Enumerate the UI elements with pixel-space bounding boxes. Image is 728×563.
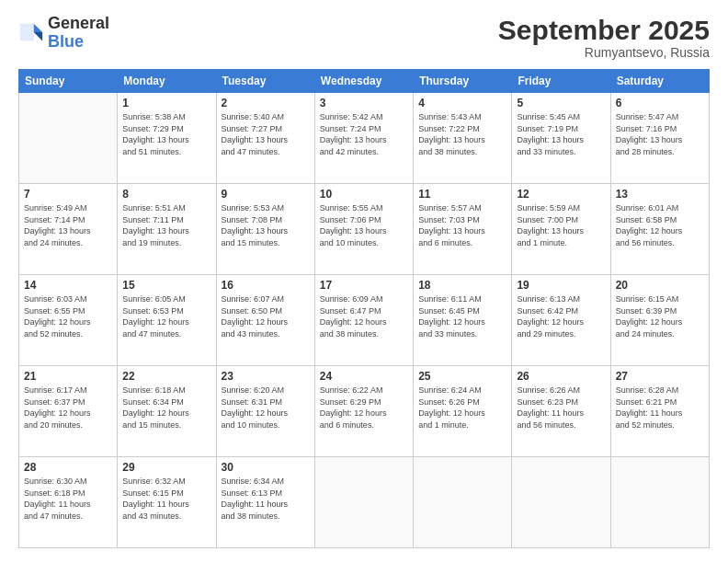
svg-marker-1 [34,32,42,40]
svg-rect-2 [20,24,34,41]
header: General Blue September 2025 Rumyantsevo,… [18,15,710,60]
table-row: 11Sunrise: 5:57 AM Sunset: 7:03 PM Dayli… [414,184,512,275]
day-detail: Sunrise: 5:43 AM Sunset: 7:22 PM Dayligh… [418,111,506,157]
day-number: 5 [517,97,605,109]
day-number: 24 [320,370,408,383]
month-title: September 2025 [498,15,710,45]
logo-blue: Blue [48,33,109,52]
calendar-week-row: 21Sunrise: 6:17 AM Sunset: 6:37 PM Dayli… [19,366,710,457]
day-number: 9 [222,188,310,201]
table-row [414,457,512,548]
col-saturday: Saturday [610,70,709,93]
col-friday: Friday [512,70,610,93]
day-detail: Sunrise: 6:15 AM Sunset: 6:39 PM Dayligh… [616,293,704,339]
day-detail: Sunrise: 6:11 AM Sunset: 6:45 PM Dayligh… [418,293,506,339]
table-row: 25Sunrise: 6:24 AM Sunset: 6:26 PM Dayli… [414,366,512,457]
day-detail: Sunrise: 6:34 AM Sunset: 6:13 PM Dayligh… [222,476,310,522]
table-row: 4Sunrise: 5:43 AM Sunset: 7:22 PM Daylig… [414,93,512,184]
col-monday: Monday [118,70,216,93]
day-detail: Sunrise: 6:30 AM Sunset: 6:18 PM Dayligh… [24,476,112,522]
day-number: 21 [24,370,112,383]
table-row: 28Sunrise: 6:30 AM Sunset: 6:18 PM Dayli… [19,457,118,548]
day-number: 7 [24,188,112,201]
day-detail: Sunrise: 6:07 AM Sunset: 6:50 PM Dayligh… [222,293,310,339]
day-detail: Sunrise: 5:42 AM Sunset: 7:24 PM Dayligh… [320,111,408,157]
col-tuesday: Tuesday [216,70,314,93]
day-detail: Sunrise: 6:17 AM Sunset: 6:37 PM Dayligh… [24,385,112,431]
day-number: 12 [517,188,605,201]
table-row: 20Sunrise: 6:15 AM Sunset: 6:39 PM Dayli… [610,275,709,366]
logo-icon [18,20,44,46]
day-detail: Sunrise: 5:57 AM Sunset: 7:03 PM Dayligh… [418,202,506,248]
page: General Blue September 2025 Rumyantsevo,… [0,0,728,563]
day-detail: Sunrise: 6:05 AM Sunset: 6:53 PM Dayligh… [122,293,210,339]
table-row: 26Sunrise: 6:26 AM Sunset: 6:23 PM Dayli… [512,366,610,457]
table-row [610,457,709,548]
day-detail: Sunrise: 5:45 AM Sunset: 7:19 PM Dayligh… [517,111,605,157]
table-row: 17Sunrise: 6:09 AM Sunset: 6:47 PM Dayli… [314,275,413,366]
day-number: 15 [122,279,210,292]
title-area: September 2025 Rumyantsevo, Russia [498,15,710,60]
table-row: 19Sunrise: 6:13 AM Sunset: 6:42 PM Dayli… [512,275,610,366]
day-number: 30 [222,461,310,474]
table-row: 5Sunrise: 5:45 AM Sunset: 7:19 PM Daylig… [512,93,610,184]
table-row [19,93,118,184]
calendar-week-row: 1Sunrise: 5:38 AM Sunset: 7:29 PM Daylig… [19,93,710,184]
day-number: 1 [122,97,210,109]
location: Rumyantsevo, Russia [498,45,710,60]
calendar-week-row: 7Sunrise: 5:49 AM Sunset: 7:14 PM Daylig… [19,184,710,275]
day-number: 18 [418,279,506,292]
day-detail: Sunrise: 5:59 AM Sunset: 7:00 PM Dayligh… [517,202,605,248]
logo-text: General Blue [48,15,109,52]
table-row: 7Sunrise: 5:49 AM Sunset: 7:14 PM Daylig… [19,184,118,275]
table-row: 30Sunrise: 6:34 AM Sunset: 6:13 PM Dayli… [216,457,314,548]
day-number: 29 [122,461,210,474]
day-number: 25 [418,370,506,383]
col-wednesday: Wednesday [314,70,413,93]
col-sunday: Sunday [19,70,118,93]
day-detail: Sunrise: 5:55 AM Sunset: 7:06 PM Dayligh… [320,202,408,248]
day-number: 10 [320,188,408,201]
table-row: 3Sunrise: 5:42 AM Sunset: 7:24 PM Daylig… [314,93,413,184]
day-number: 14 [24,279,112,292]
table-row: 23Sunrise: 6:20 AM Sunset: 6:31 PM Dayli… [216,366,314,457]
day-number: 26 [517,370,605,383]
day-number: 13 [616,188,704,201]
table-row: 1Sunrise: 5:38 AM Sunset: 7:29 PM Daylig… [118,93,216,184]
day-detail: Sunrise: 6:26 AM Sunset: 6:23 PM Dayligh… [517,385,605,431]
table-row: 14Sunrise: 6:03 AM Sunset: 6:55 PM Dayli… [19,275,118,366]
day-number: 8 [122,188,210,201]
day-number: 23 [222,370,310,383]
day-detail: Sunrise: 5:40 AM Sunset: 7:27 PM Dayligh… [222,111,310,157]
table-row: 21Sunrise: 6:17 AM Sunset: 6:37 PM Dayli… [19,366,118,457]
day-detail: Sunrise: 6:03 AM Sunset: 6:55 PM Dayligh… [24,293,112,339]
table-row: 24Sunrise: 6:22 AM Sunset: 6:29 PM Dayli… [314,366,413,457]
table-row [512,457,610,548]
table-row: 22Sunrise: 6:18 AM Sunset: 6:34 PM Dayli… [118,366,216,457]
day-detail: Sunrise: 5:51 AM Sunset: 7:11 PM Dayligh… [122,202,210,248]
day-detail: Sunrise: 6:20 AM Sunset: 6:31 PM Dayligh… [222,385,310,431]
day-detail: Sunrise: 6:18 AM Sunset: 6:34 PM Dayligh… [122,385,210,431]
day-number: 22 [122,370,210,383]
day-number: 6 [616,97,704,109]
table-row: 15Sunrise: 6:05 AM Sunset: 6:53 PM Dayli… [118,275,216,366]
col-thursday: Thursday [414,70,512,93]
day-detail: Sunrise: 6:32 AM Sunset: 6:15 PM Dayligh… [122,476,210,522]
table-row [314,457,413,548]
table-row: 29Sunrise: 6:32 AM Sunset: 6:15 PM Dayli… [118,457,216,548]
day-detail: Sunrise: 5:47 AM Sunset: 7:16 PM Dayligh… [616,111,704,157]
calendar-week-row: 28Sunrise: 6:30 AM Sunset: 6:18 PM Dayli… [19,457,710,548]
day-detail: Sunrise: 5:38 AM Sunset: 7:29 PM Dayligh… [122,111,210,157]
day-detail: Sunrise: 5:53 AM Sunset: 7:08 PM Dayligh… [222,202,310,248]
logo-general: General [48,15,109,33]
table-row: 9Sunrise: 5:53 AM Sunset: 7:08 PM Daylig… [216,184,314,275]
table-row: 12Sunrise: 5:59 AM Sunset: 7:00 PM Dayli… [512,184,610,275]
table-row: 13Sunrise: 6:01 AM Sunset: 6:58 PM Dayli… [610,184,709,275]
table-row: 27Sunrise: 6:28 AM Sunset: 6:21 PM Dayli… [610,366,709,457]
table-row: 18Sunrise: 6:11 AM Sunset: 6:45 PM Dayli… [414,275,512,366]
day-number: 20 [616,279,704,292]
day-number: 27 [616,370,704,383]
table-row: 6Sunrise: 5:47 AM Sunset: 7:16 PM Daylig… [610,93,709,184]
day-number: 3 [320,97,408,109]
day-number: 17 [320,279,408,292]
